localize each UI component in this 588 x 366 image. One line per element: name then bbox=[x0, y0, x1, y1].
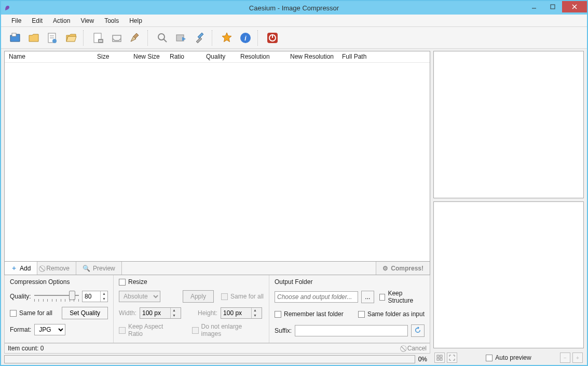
compression-group: Compression Options Quality: ▲▼ bbox=[5, 275, 114, 343]
zoom-in-button[interactable]: + bbox=[572, 353, 583, 363]
info-icon[interactable]: i bbox=[237, 29, 254, 47]
cancel-label: Cancel bbox=[407, 345, 427, 352]
magnifier-icon: 🔍 bbox=[83, 265, 90, 272]
fit-large-icon[interactable] bbox=[447, 353, 457, 363]
same-as-input-checkbox[interactable] bbox=[358, 311, 365, 318]
window-title: Caesium - Image Compressor bbox=[1, 4, 587, 12]
col-name[interactable]: Name bbox=[5, 51, 93, 62]
titlebar: Caesium - Image Compressor bbox=[1, 1, 587, 15]
broom-icon[interactable] bbox=[127, 29, 144, 47]
quality-label: Quality: bbox=[10, 293, 31, 300]
width-spinbox[interactable]: ▲▼ bbox=[140, 307, 181, 319]
format-label: Format: bbox=[10, 326, 31, 333]
menu-tools[interactable]: Tools bbox=[99, 16, 124, 26]
open-file-icon[interactable] bbox=[6, 29, 24, 47]
power-icon[interactable] bbox=[264, 29, 281, 47]
col-new-resolution[interactable]: New Resolution bbox=[286, 51, 338, 62]
menu-edit[interactable]: Edit bbox=[26, 16, 48, 26]
preview-button[interactable]: 🔍 Preview bbox=[76, 262, 122, 275]
keep-structure-checkbox[interactable] bbox=[379, 294, 386, 301]
remove-button[interactable]: ⃠ Remove bbox=[37, 262, 76, 275]
progress-value: 0% bbox=[418, 356, 427, 363]
resize-mode-select[interactable]: Absolute bbox=[119, 291, 160, 302]
menu-view[interactable]: View bbox=[75, 16, 99, 26]
svg-rect-4 bbox=[12, 33, 16, 36]
maximize-button[interactable] bbox=[543, 1, 562, 12]
left-column: Name Size New Size Ratio Quality Resolut… bbox=[4, 51, 430, 364]
add-button[interactable]: ＋ Add bbox=[5, 262, 37, 275]
options-panel: Compression Options Quality: ▲▼ bbox=[4, 275, 430, 343]
open-folder-icon[interactable] bbox=[25, 29, 43, 47]
quality-slider[interactable] bbox=[34, 291, 79, 302]
output-title: Output Folder bbox=[275, 278, 425, 286]
inbox-icon[interactable] bbox=[108, 29, 126, 47]
format-select[interactable]: JPG bbox=[34, 324, 65, 335]
cancel-button[interactable]: ⃠ Cancel bbox=[405, 345, 427, 352]
col-quality[interactable]: Quality bbox=[202, 51, 236, 62]
same-for-all-label: Same for all bbox=[19, 309, 52, 317]
auto-preview-checkbox[interactable] bbox=[486, 355, 493, 361]
close-button[interactable] bbox=[562, 1, 587, 12]
compress-button[interactable]: ⚙ Compress! bbox=[376, 262, 430, 275]
preview-label: Preview bbox=[93, 265, 115, 272]
quality-spinbox[interactable]: ▲▼ bbox=[82, 291, 108, 302]
resize-apply-button[interactable]: Apply bbox=[183, 290, 214, 303]
no-enlarge-label: Do not enlarge images bbox=[201, 323, 264, 337]
remove-label: Remove bbox=[46, 265, 70, 272]
svg-rect-22 bbox=[437, 358, 439, 360]
output-folder-input[interactable] bbox=[275, 291, 358, 303]
item-count-label: Item count: bbox=[8, 345, 38, 352]
toolbar-separator bbox=[83, 30, 86, 46]
main-area: Name Size New Size Ratio Quality Resolut… bbox=[1, 49, 587, 365]
menu-help[interactable]: Help bbox=[124, 16, 147, 26]
file-list-icon[interactable] bbox=[44, 29, 61, 47]
suffix-input[interactable] bbox=[295, 325, 408, 336]
col-new-size[interactable]: New Size bbox=[129, 51, 166, 62]
remember-folder-checkbox[interactable] bbox=[275, 311, 281, 318]
height-spinbox[interactable]: ▲▼ bbox=[221, 307, 262, 319]
minimize-button[interactable] bbox=[525, 1, 543, 12]
svg-rect-23 bbox=[440, 358, 442, 360]
table-header: Name Size New Size Ratio Quality Resolut… bbox=[5, 51, 430, 63]
keep-aspect-checkbox[interactable] bbox=[119, 327, 126, 334]
no-enlarge-checkbox[interactable] bbox=[192, 327, 199, 334]
suffix-reset-button[interactable] bbox=[411, 324, 425, 337]
col-size[interactable]: Size bbox=[93, 51, 129, 62]
svg-rect-21 bbox=[440, 355, 442, 357]
col-full-path[interactable]: Full Path bbox=[338, 51, 430, 62]
col-resolution[interactable]: Resolution bbox=[236, 51, 286, 62]
original-preview-pane bbox=[433, 51, 584, 198]
tools-icon[interactable] bbox=[191, 29, 209, 47]
star-icon[interactable] bbox=[218, 29, 236, 47]
menu-file[interactable]: File bbox=[6, 16, 26, 26]
quality-value[interactable] bbox=[83, 291, 100, 302]
table-body[interactable] bbox=[5, 63, 430, 261]
same-for-all-checkbox[interactable] bbox=[10, 310, 17, 317]
remove-file-icon[interactable] bbox=[89, 29, 107, 47]
browse-button[interactable]: ... bbox=[361, 291, 374, 303]
col-ratio[interactable]: Ratio bbox=[166, 51, 202, 62]
compress-label: Compress! bbox=[391, 265, 423, 272]
compressed-preview-pane bbox=[433, 201, 584, 349]
progress-bar bbox=[4, 355, 415, 363]
same-as-input-label: Same folder as input bbox=[367, 310, 425, 318]
menu-action[interactable]: Action bbox=[48, 16, 75, 26]
width-value[interactable] bbox=[140, 308, 170, 318]
window-controls bbox=[525, 1, 587, 12]
resize-same-for-all-label: Same for all bbox=[230, 293, 264, 300]
item-count-value: 0 bbox=[40, 345, 44, 352]
zoom-icon[interactable] bbox=[154, 29, 171, 47]
folder-open-icon[interactable] bbox=[62, 29, 80, 47]
refresh-icon bbox=[414, 327, 421, 334]
height-value[interactable] bbox=[221, 308, 251, 318]
zoom-out-button[interactable]: − bbox=[560, 353, 570, 363]
toolbar-separator bbox=[212, 30, 215, 46]
resize-same-for-all-checkbox[interactable] bbox=[221, 293, 228, 300]
compress-run-icon[interactable] bbox=[172, 29, 190, 47]
resize-checkbox[interactable] bbox=[119, 279, 126, 286]
resize-title: Resize bbox=[128, 278, 147, 286]
set-quality-button[interactable]: Set Quality bbox=[62, 307, 108, 319]
fit-small-icon[interactable] bbox=[434, 353, 445, 363]
right-column: Auto preview − + bbox=[433, 51, 584, 364]
toolbar: i bbox=[1, 27, 587, 49]
